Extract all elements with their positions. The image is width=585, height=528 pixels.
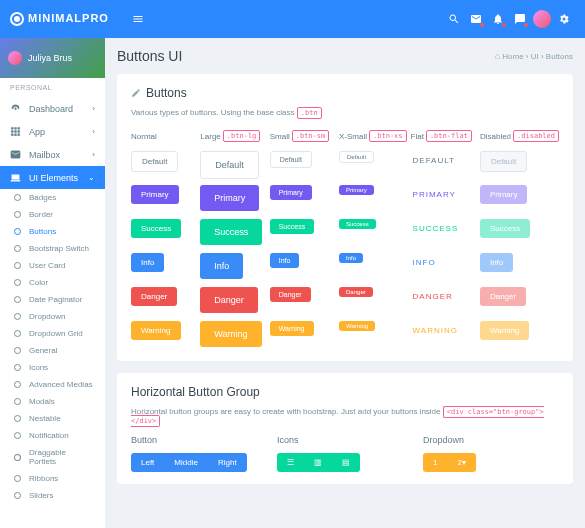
brand-name: MINIMALPRO [28,12,109,24]
dd-2[interactable]: 2 ▾ [447,453,475,472]
icon-group: ☰ ▥ ▤ [277,453,360,472]
ring-icon [14,279,21,286]
ring-icon [14,415,21,422]
ring-icon [14,364,21,371]
sub-dropdown[interactable]: Dropdown [0,308,105,325]
search-icon[interactable] [443,13,465,25]
success-button[interactable]: Success [270,219,314,234]
chevron-icon: › [92,150,95,159]
bell-icon[interactable] [487,13,509,25]
default-button[interactable]: Default [270,151,312,168]
nav-dashboard[interactable]: Dashboard› [0,97,105,120]
info-button[interactable]: Info [480,253,513,272]
sub-modals[interactable]: Modals [0,393,105,410]
sub-dropdown-grid[interactable]: Dropdown Grid [0,325,105,342]
sub-notification[interactable]: Notification [0,427,105,444]
group-middle[interactable]: Middle [164,453,208,472]
danger-button[interactable]: Danger [200,287,258,313]
dd-1[interactable]: 1 [423,453,447,472]
sub-nestable[interactable]: Nestable [0,410,105,427]
chat-icon[interactable] [509,13,531,25]
sub-advanced-medias[interactable]: Advanced Medias [0,376,105,393]
user-hero[interactable]: Juliya Brus [0,38,105,78]
sub-buttons[interactable]: Buttons [0,223,105,240]
ring-icon [14,194,21,201]
sub-general[interactable]: General [0,342,105,359]
nav-ui-elements[interactable]: UI Elements⌄ [0,166,105,189]
buttons-card: Buttons Various types of buttons. Using … [117,74,573,361]
warning-button[interactable]: Warning [270,321,314,336]
avatar[interactable] [531,10,553,28]
default-button[interactable]: Default [131,151,178,172]
ring-icon [14,313,21,320]
default-button[interactable]: Default [480,151,527,172]
success-button[interactable]: Success [200,219,262,245]
settings-icon[interactable] [553,13,575,25]
warning-button[interactable]: Warning [411,321,460,340]
default-button[interactable]: Default [200,151,259,179]
sub-bootstrap-switch[interactable]: Bootstrap Switch [0,240,105,257]
success-button[interactable]: Success [339,219,376,229]
success-button[interactable]: Success [480,219,530,238]
ring-icon [14,347,21,354]
info-button[interactable]: Info [411,253,438,272]
primary-button[interactable]: Primary [411,185,458,204]
success-button[interactable]: Success [411,219,461,238]
default-button[interactable]: Default [339,151,374,163]
warning-button[interactable]: Warning [131,321,181,340]
hgroup-card: Horizontal Button Group Horizontal butto… [117,373,573,484]
mail-icon [10,149,21,160]
danger-button[interactable]: Danger [131,287,177,306]
info-button[interactable]: Info [270,253,300,268]
ring-icon [14,228,21,235]
group-right[interactable]: Right [208,453,247,472]
group-left[interactable]: Left [131,453,164,472]
info-button[interactable]: Info [200,253,243,279]
primary-button[interactable]: Primary [131,185,179,204]
ring-icon [14,211,21,218]
ring-icon [14,381,21,388]
laptop-icon [10,172,21,183]
gauge-icon [10,103,21,114]
warning-button[interactable]: Warning [339,321,375,331]
sub-icons[interactable]: Icons [0,359,105,376]
danger-button[interactable]: Danger [339,287,373,297]
info-button[interactable]: Info [339,253,363,263]
primary-button[interactable]: Primary [270,185,312,200]
warning-button[interactable]: Warning [480,321,530,340]
danger-button[interactable]: Danger [411,287,455,306]
primary-button[interactable]: Primary [480,185,528,204]
grid-icon [10,126,21,137]
sub-sliders[interactable]: Sliders [0,487,105,504]
info-button[interactable]: Info [131,253,164,272]
home-icon[interactable]: ⌂ [495,51,500,61]
danger-button[interactable]: Danger [270,287,311,302]
sub-border[interactable]: Border [0,206,105,223]
ring-icon [14,432,21,439]
sub-user-card[interactable]: User Card [0,257,105,274]
col-head: Large .btn-lg [200,127,265,145]
nav-mailbox[interactable]: Mailbox› [0,143,105,166]
sub-ribbons[interactable]: Ribbons [0,470,105,487]
icon-btn-1[interactable]: ☰ [277,453,304,472]
danger-button[interactable]: Danger [480,287,526,306]
primary-button[interactable]: Primary [339,185,374,195]
sub-badges[interactable]: Badges [0,189,105,206]
mail-icon[interactable] [465,13,487,25]
ring-icon [14,454,21,461]
col-head: Flat .btn-flat [411,127,476,145]
menu-toggle[interactable] [127,13,149,25]
icon-btn-3[interactable]: ▤ [332,453,360,472]
warning-button[interactable]: Warning [200,321,261,347]
ring-icon [14,262,21,269]
success-button[interactable]: Success [131,219,181,238]
chevron-icon: › [92,127,95,136]
default-button[interactable]: DEFAULT [411,151,457,170]
icon-btn-2[interactable]: ▥ [304,453,332,472]
sub-date-paginator[interactable]: Date Paginator [0,291,105,308]
sub-draggable-portlets[interactable]: Draggable Portlets [0,444,105,470]
primary-button[interactable]: Primary [200,185,259,211]
sub-color[interactable]: Color [0,274,105,291]
button-group: Left Middle Right [131,453,247,472]
nav-app[interactable]: App› [0,120,105,143]
